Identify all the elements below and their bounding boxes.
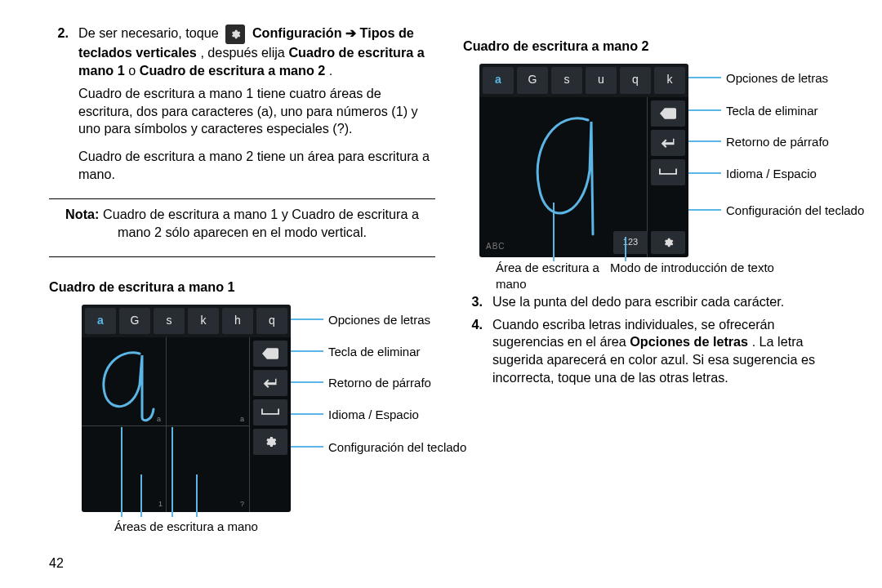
letter-key[interactable]: a — [483, 67, 514, 94]
letter-key[interactable]: k — [654, 67, 685, 94]
leader — [172, 427, 173, 517]
step-number: 2. — [49, 24, 69, 184]
letter-key[interactable]: s — [551, 67, 582, 94]
text: . — [329, 63, 333, 78]
callout-letters: Opciones de letras — [726, 70, 828, 87]
leader — [291, 446, 323, 448]
note-text: Cuadro de escritura a mano 1 y Cuadro de… — [99, 207, 418, 239]
letter-key[interactable]: h — [222, 308, 253, 335]
text: De ser necesario, toque — [78, 25, 222, 40]
rule — [49, 198, 435, 199]
letter-options-row: a G s k h q — [82, 305, 291, 338]
text-bold: Cuadro de escritura a mano 2 — [140, 63, 326, 78]
step-number: 3. — [463, 293, 483, 311]
area-label: a — [240, 414, 244, 424]
guide — [166, 425, 167, 512]
right-column: Cuadro de escritura a mano 2 a G s u q k… — [463, 24, 849, 512]
guide — [166, 337, 167, 425]
callout-delete: Tecla de eliminar — [726, 103, 818, 119]
callout-delete: Tecla de eliminar — [328, 344, 421, 360]
step-body: De ser necesario, toque Configuración ➔ … — [78, 24, 435, 184]
delete-key[interactable] — [253, 341, 287, 367]
step-2: 2. De ser necesario, toque Configuración… — [49, 24, 435, 184]
handwriting-area[interactable]: ABC 123 — [479, 97, 688, 257]
letter-key[interactable]: G — [119, 308, 150, 335]
step-body: Use la punta del dedo para escribir cada… — [492, 293, 849, 311]
gear-icon — [225, 24, 245, 44]
callout-space: Idioma / Espacio — [328, 407, 419, 423]
section-title-2: Cuadro de escritura a mano 2 — [463, 38, 849, 56]
step-4: 4. Cuando escriba letras individuales, s… — [463, 316, 849, 387]
callout-areas: Áreas de escritura a mano — [114, 519, 258, 535]
rule — [49, 256, 435, 257]
leader — [688, 209, 721, 211]
handwriting-area[interactable]: a a 1 ? — [82, 337, 291, 512]
callout-return: Retorno de párrafo — [726, 134, 829, 150]
return-key[interactable] — [253, 370, 287, 396]
figure-2: a G s u q k ABC 123 Opciones de le — [479, 64, 849, 257]
leader — [688, 140, 721, 142]
letter-key[interactable]: a — [85, 308, 116, 335]
page-number: 42 — [49, 556, 64, 571]
callout-letters: Opciones de letras — [328, 312, 430, 328]
callout-return: Retorno de párrafo — [328, 375, 431, 391]
text: , después elija — [200, 45, 288, 60]
callout-space: Idioma / Espacio — [726, 166, 817, 182]
text-mode-key[interactable]: 123 — [613, 231, 648, 254]
leader — [625, 237, 626, 261]
text-bold: Opciones de letras — [630, 334, 748, 349]
leader — [291, 413, 323, 415]
letter-key[interactable]: q — [256, 308, 287, 335]
letter-key[interactable]: G — [517, 67, 548, 94]
leader — [688, 77, 721, 78]
note-label: Nota: — [65, 207, 99, 221]
callout-area: Área de escritura a mano — [496, 260, 610, 293]
leader — [688, 109, 721, 111]
leader — [688, 172, 721, 174]
handwriting-stroke — [95, 344, 158, 430]
text: o — [128, 63, 140, 78]
area-label: 1 — [158, 499, 163, 509]
space-key[interactable] — [651, 159, 685, 185]
leader — [291, 381, 323, 383]
handwriting-stroke — [524, 105, 614, 249]
section-title-1: Cuadro de escritura a mano 1 — [49, 278, 435, 296]
paragraph: Cuadro de escritura a mano 1 tiene cuatr… — [78, 85, 435, 139]
note: Nota: Cuadro de escritura a mano 1 y Cua… — [49, 206, 435, 242]
guide — [249, 337, 250, 512]
delete-key[interactable] — [651, 100, 685, 127]
left-column: 2. De ser necesario, toque Configuración… — [49, 24, 435, 512]
leader — [291, 318, 323, 320]
callout-textmode: Modo de introducción de texto — [610, 260, 774, 276]
leader — [121, 427, 122, 517]
abc-label: ABC — [486, 241, 506, 252]
callout-config: Configuración del teclado — [726, 203, 840, 219]
letter-key[interactable]: q — [620, 67, 651, 94]
letter-key[interactable]: s — [154, 308, 185, 335]
step-3: 3. Use la punta del dedo para escribir c… — [463, 293, 849, 311]
space-key[interactable] — [253, 399, 287, 425]
settings-key[interactable] — [253, 429, 287, 455]
letter-options-row: a G s u q k — [479, 64, 688, 97]
letter-key[interactable]: u — [586, 67, 617, 94]
return-key[interactable] — [651, 130, 685, 156]
figure-1: a G s k h q a a 1 ? — [82, 305, 435, 513]
step-body: Cuando escriba letras individuales, se o… — [492, 316, 849, 387]
step-number: 4. — [463, 316, 483, 387]
leader — [291, 350, 323, 352]
paragraph: Cuadro de escritura a mano 2 tiene un ár… — [78, 148, 435, 184]
leader — [140, 474, 142, 517]
leader — [553, 203, 555, 261]
settings-key[interactable] — [651, 231, 685, 254]
area-label: ? — [240, 499, 244, 509]
leader — [196, 474, 198, 517]
letter-key[interactable]: k — [188, 308, 219, 335]
callout-config: Configuración del teclado — [328, 439, 443, 456]
